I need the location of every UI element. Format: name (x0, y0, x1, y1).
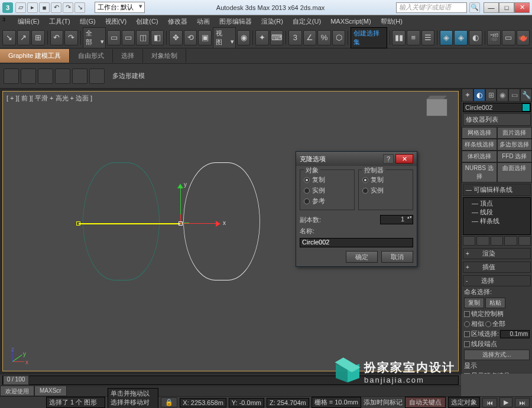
modifier-preset-button[interactable]: 网格选择 (462, 127, 497, 139)
pin-stack-icon[interactable] (463, 236, 475, 246)
prev-key-icon[interactable]: ⏮ (482, 398, 497, 407)
modifier-list-dropdown[interactable]: 修改器列表 (463, 113, 531, 126)
menu-item[interactable]: 自定义(U) (288, 17, 326, 26)
paste-selection-button[interactable]: 粘贴 (485, 298, 505, 308)
spinner-snap-icon[interactable]: ⬡ (332, 30, 346, 45)
menu-item[interactable]: 帮助(H) (376, 17, 407, 26)
ctrl-option-copy[interactable]: 复制 (362, 175, 409, 184)
pivot-icon[interactable]: ◉ (237, 30, 251, 45)
layers-icon[interactable]: ☰ (421, 30, 435, 45)
window-crossing-icon[interactable]: ◧ (151, 30, 164, 45)
select-name-icon[interactable]: ▭ (122, 30, 135, 45)
coord-x[interactable]: X: 2253.658m (180, 398, 226, 407)
redo-icon[interactable]: ↷ (63, 2, 73, 13)
modifier-preset-button[interactable]: 体积选择 (462, 151, 497, 162)
close-button[interactable]: ✕ (514, 2, 530, 13)
modifier-preset-button[interactable]: 曲面选择 (497, 162, 533, 182)
modifier-preset-button[interactable]: 多边形选择 (497, 139, 533, 151)
object-color-swatch[interactable] (522, 103, 530, 112)
app-menu-icon[interactable]: 3 (2, 17, 12, 26)
ribbon-button[interactable] (55, 68, 70, 84)
undo-icon[interactable]: ↶ (51, 2, 61, 13)
cancel-button[interactable]: 取消 (381, 251, 413, 263)
render-setup-icon[interactable]: 🎬 (487, 30, 501, 45)
menu-item[interactable]: 图形编辑器 (215, 17, 257, 26)
link-icon[interactable]: ↘ (74, 2, 85, 13)
ribbon-button[interactable] (38, 68, 53, 84)
ribbon-button[interactable] (72, 68, 87, 84)
snap-icon[interactable]: 3 (288, 30, 302, 45)
utilities-tab[interactable]: 🔧 (520, 89, 532, 102)
configure-icon[interactable] (518, 236, 531, 246)
link-icon[interactable]: ↘ (2, 30, 16, 45)
time-slider[interactable]: 0 / 100 (0, 374, 461, 386)
coord-z[interactable]: Z: 254.704m (267, 398, 309, 407)
menu-item[interactable]: 修改器 (163, 17, 192, 26)
menu-item[interactable]: 渲染(R) (257, 17, 288, 26)
menu-item[interactable]: 创建(C) (131, 17, 163, 26)
show-vertex-num-checkbox[interactable]: 显示顶点编号 (464, 371, 530, 374)
auto-key-button[interactable]: 自动关键点 (405, 397, 446, 408)
maxscript-tab[interactable]: MAXScr (34, 386, 67, 396)
gizmo-x-axis[interactable] (180, 223, 216, 224)
ctrl-option-instance[interactable]: 实例 (362, 186, 409, 195)
ribbon-tab[interactable]: 对象绘制 (143, 49, 186, 63)
track-bar[interactable] (0, 386, 461, 396)
gizmo-y-arrow[interactable] (177, 184, 183, 188)
ribbon-button[interactable] (4, 68, 19, 84)
motion-tab[interactable]: ◉ (497, 89, 508, 102)
welcome-tab[interactable]: 欢迎使用 (0, 386, 34, 396)
menu-item[interactable]: 视图(V) (100, 17, 132, 26)
scale-icon[interactable]: ▣ (198, 30, 212, 45)
dialog-help-button[interactable]: ? (383, 154, 394, 164)
lock-selection-icon[interactable]: 🔒 (161, 397, 177, 407)
gizmo-origin[interactable] (179, 221, 183, 226)
menu-item[interactable]: 动画 (192, 17, 215, 26)
render-frame-icon[interactable]: ▭ (502, 30, 515, 45)
ribbon-tab[interactable]: Graphite 建模工具 (0, 49, 70, 63)
dialog-close-button[interactable]: ✕ (395, 154, 413, 164)
modifier-stack[interactable]: — 顶点 — 线段 — 样条线 (463, 197, 531, 235)
manipulate-icon[interactable]: ✦ (255, 30, 269, 45)
ref-coord-dropdown[interactable]: 视图 (213, 27, 236, 48)
option-copy[interactable]: 复制 (304, 175, 351, 184)
all-radio[interactable] (485, 321, 491, 327)
menu-item[interactable]: 组(G) (75, 17, 100, 26)
ribbon-tab[interactable]: 自由形式 (70, 49, 113, 63)
similar-radio[interactable] (464, 321, 470, 327)
seg-end-checkbox[interactable]: 线段端点 (464, 340, 530, 348)
hierarchy-tab[interactable]: ⊞ (485, 89, 497, 102)
select-icon[interactable]: ▭ (107, 30, 121, 45)
unlink-icon[interactable]: ↗ (17, 30, 31, 45)
redo-icon[interactable]: ↷ (64, 30, 78, 45)
display-tab[interactable]: ▭ (508, 89, 520, 102)
unique-icon[interactable] (491, 236, 503, 246)
workspace-dropdown[interactable]: 工作台: 默认 (95, 2, 145, 13)
modifier-preset-button[interactable]: NURBS 选择 (462, 162, 497, 182)
option-reference[interactable]: 参考 (304, 197, 351, 205)
rotate-icon[interactable]: ⟲ (184, 30, 197, 45)
menu-item[interactable]: 编辑(E) (13, 17, 44, 26)
show-end-icon[interactable] (476, 236, 489, 246)
add-time-tag[interactable]: 添加时间标记 (364, 398, 403, 407)
modifier-preset-button[interactable]: 面片选择 (497, 127, 533, 139)
gizmo-x-arrow[interactable] (216, 221, 220, 227)
menu-item[interactable]: MAXScript(M) (326, 17, 375, 26)
option-instance[interactable]: 实例 (304, 186, 351, 195)
ribbon-tab[interactable]: 选择 (113, 49, 143, 63)
search-icon[interactable]: 🔍 (469, 2, 480, 13)
keyboard-icon[interactable]: ⌨ (270, 30, 284, 45)
save-icon[interactable]: ■ (39, 2, 50, 13)
mirror-icon[interactable]: ▮▮ (392, 30, 406, 45)
remove-mod-icon[interactable] (504, 236, 517, 246)
ribbon-button[interactable] (89, 68, 105, 84)
bind-icon[interactable]: ⊞ (31, 30, 45, 45)
clone-name-input[interactable]: Circle002 (300, 238, 413, 247)
object-name-field[interactable]: Circle002 (463, 103, 531, 112)
key-target-dropdown[interactable]: 选定对象 (448, 397, 480, 408)
next-key-icon[interactable]: ⏭ (515, 398, 530, 407)
viewcube[interactable] (426, 99, 447, 116)
select-region-icon[interactable]: ◫ (136, 30, 150, 45)
viewport-label[interactable]: [ + ][ 前 ][ 平滑 + 高光 + 边面 ] (7, 94, 92, 103)
help-search-input[interactable]: 输入关键字或短语 (396, 2, 467, 13)
